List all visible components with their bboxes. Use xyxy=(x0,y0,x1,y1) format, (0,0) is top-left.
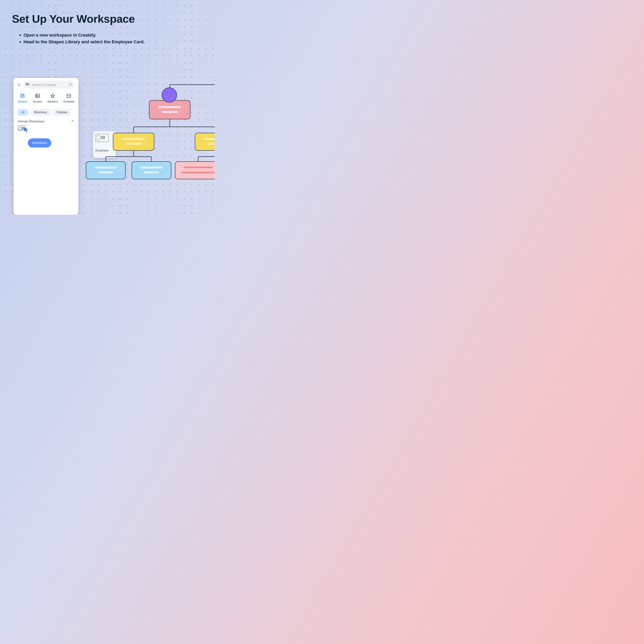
filter-chips: All Business Frames xyxy=(16,106,76,118)
org-node-leaf-blue-1[interactable] xyxy=(86,161,126,179)
instruction-item: Head to the Shapes Library and select th… xyxy=(23,39,145,45)
image-icon xyxy=(35,93,40,99)
placeholder-line xyxy=(204,138,215,140)
placeholder-line xyxy=(162,111,178,113)
creately-logo-icon xyxy=(25,82,30,87)
drag-ghost-pill xyxy=(28,138,51,147)
placeholder-line xyxy=(181,172,215,173)
org-node-manager-left[interactable] xyxy=(113,133,154,151)
placeholder-line xyxy=(122,138,145,140)
instruction-item: Open a new workspace in Creately. xyxy=(23,32,145,39)
placeholder-line xyxy=(140,167,163,169)
tab-label: Embeds xyxy=(63,100,74,103)
shapes-icon xyxy=(20,93,25,99)
tab-embeds[interactable]: Embeds xyxy=(63,93,74,103)
org-node-leaf-blue-2[interactable] xyxy=(132,161,171,179)
employee-card-shape[interactable] xyxy=(18,126,29,133)
tab-label: Assets xyxy=(33,100,42,103)
page-title: Set Up Your Workspace xyxy=(12,12,135,25)
root-avatar[interactable] xyxy=(162,87,177,103)
chip-all[interactable]: All xyxy=(17,109,28,116)
placeholder-line xyxy=(98,171,113,173)
code-icon xyxy=(66,93,72,99)
section-title: Human Resources xyxy=(18,120,44,123)
cursor-icon xyxy=(24,127,29,134)
placeholder-line xyxy=(208,143,215,145)
svg-point-5 xyxy=(21,96,22,98)
star-icon xyxy=(50,93,55,99)
svg-point-6 xyxy=(23,96,25,98)
search-input[interactable]: Search in Creately xyxy=(23,81,75,89)
svg-rect-4 xyxy=(21,94,22,95)
placeholder-line xyxy=(126,143,142,145)
tab-label: Stickers xyxy=(47,100,58,103)
search-icon xyxy=(68,82,72,87)
org-chart[interactable] xyxy=(83,77,215,204)
placeholder-line xyxy=(184,167,213,168)
tab-label: Shapes xyxy=(17,100,28,103)
chip-business[interactable]: Business xyxy=(31,109,51,116)
tab-shapes[interactable]: Shapes xyxy=(17,93,28,103)
org-node-manager-right[interactable] xyxy=(195,133,215,151)
chip-frames[interactable]: Frames xyxy=(53,109,71,116)
section-human-resources[interactable]: Human Resources xyxy=(16,118,76,124)
search-placeholder: Search in Creately xyxy=(32,83,56,86)
search-row: Search in Creately xyxy=(16,81,76,91)
instruction-list: Open a new workspace in Creately. Head t… xyxy=(19,32,145,45)
placeholder-line xyxy=(95,167,117,169)
tab-assets[interactable]: Assets xyxy=(33,93,42,103)
placeholder-line xyxy=(158,106,181,108)
chevron-up-icon xyxy=(71,120,74,123)
tab-stickers[interactable]: Stickers xyxy=(47,93,58,103)
org-node-leaf-pink[interactable] xyxy=(175,161,215,179)
org-node-root[interactable] xyxy=(149,100,190,119)
google-icon xyxy=(17,83,21,87)
svg-line-3 xyxy=(71,85,72,86)
library-tabs: Shapes Assets Stickers xyxy=(16,91,76,106)
svg-point-1 xyxy=(27,83,29,85)
placeholder-line xyxy=(144,171,159,173)
